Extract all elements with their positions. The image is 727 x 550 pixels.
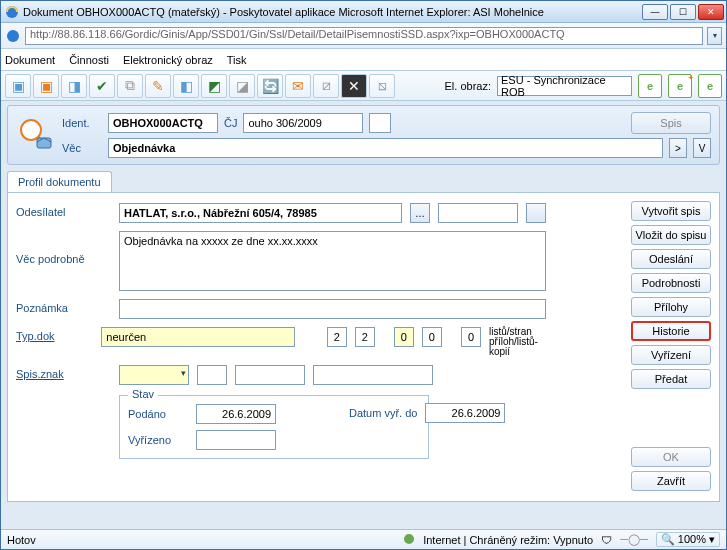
app-window: Dokument OBHOX000ACTQ (mateřský) - Posky…: [0, 0, 727, 550]
toolbtn-7[interactable]: ◧: [173, 74, 199, 98]
vec-v-button[interactable]: V: [693, 138, 711, 158]
toolbtn-10[interactable]: 🔄: [257, 74, 283, 98]
odesilatel-extra-field[interactable]: [438, 203, 518, 223]
header-panel: Ident. OBHOX000ACTQ ČJ ouho 306/2009 Spi…: [7, 105, 720, 165]
ident-field[interactable]: OBHOX000ACTQ: [108, 113, 218, 133]
toolbtn-14[interactable]: ⧅: [369, 74, 395, 98]
toolbtn-1[interactable]: ▣: [5, 74, 31, 98]
listu-label: listů/stran příloh/listů-kopií: [489, 327, 546, 357]
num-field-5[interactable]: 0: [461, 327, 481, 347]
spisznak-select[interactable]: [119, 365, 189, 385]
status-internet: Internet | Chráněný režim: Vypnuto: [423, 534, 593, 546]
menu-dokument[interactable]: Dokument: [5, 54, 55, 66]
page-icon: [5, 28, 21, 44]
toolbtn-8[interactable]: ◩: [201, 74, 227, 98]
side-buttons: Vytvořit spis Vložit do spisu Odeslání P…: [631, 201, 711, 389]
toolbtn-2[interactable]: ▣: [33, 74, 59, 98]
svg-point-5: [404, 534, 414, 544]
odeslani-button[interactable]: Odeslání: [631, 249, 711, 269]
datumvyr-label: Datum vyř. do: [349, 407, 417, 419]
toolbtn-12[interactable]: ⧄: [313, 74, 339, 98]
vyrizeno-date[interactable]: [196, 430, 276, 450]
odesilatel-label: Odesílatel: [16, 203, 111, 218]
tab-strip: Profil dokumentu: [7, 171, 720, 192]
tab-profil[interactable]: Profil dokumentu: [7, 171, 112, 192]
ok-button[interactable]: OK: [631, 447, 711, 467]
ident-label: Ident.: [62, 117, 102, 129]
ident-rows: Ident. OBHOX000ACTQ ČJ ouho 306/2009 Spi…: [62, 112, 711, 158]
num-field-4[interactable]: 0: [422, 327, 442, 347]
podano-date[interactable]: 26.6.2009: [196, 404, 276, 424]
cj-field[interactable]: ouho 306/2009: [243, 113, 363, 133]
toolbtn-close[interactable]: ✕: [341, 74, 367, 98]
content: Ident. OBHOX000ACTQ ČJ ouho 306/2009 Spi…: [1, 101, 726, 529]
zoom-slider-icon[interactable]: ─◯─: [620, 533, 648, 546]
svg-rect-4: [37, 138, 51, 148]
spis-button[interactable]: Spis: [631, 112, 711, 134]
podano-label: Podáno: [128, 408, 188, 420]
document-icon: [16, 115, 56, 155]
e-button-2[interactable]: e+: [668, 74, 692, 98]
vyrizeni-button[interactable]: Vyřízení: [631, 345, 711, 365]
spisznak-field-4[interactable]: [313, 365, 433, 385]
e-button-1[interactable]: e: [638, 74, 662, 98]
address-bar: http://88.86.118.66/Gordic/Ginis/App/SSD…: [1, 23, 726, 49]
window-title: Dokument OBHOX000ACTQ (mateřský) - Posky…: [23, 6, 640, 18]
num-field-3[interactable]: 0: [394, 327, 414, 347]
menu-eobraz[interactable]: Elektronický obraz: [123, 54, 213, 66]
maximize-button[interactable]: ☐: [670, 4, 696, 20]
prilohy-button[interactable]: Přílohy: [631, 297, 711, 317]
vec-label: Věc: [62, 142, 102, 154]
podrobnosti-button[interactable]: Podrobnosti: [631, 273, 711, 293]
vytvorit-spis-button[interactable]: Vytvořit spis: [631, 201, 711, 221]
poznamka-field[interactable]: [119, 299, 546, 319]
typdok-label[interactable]: Typ.dok: [16, 327, 93, 342]
zoom-level[interactable]: 🔍 100% ▾: [656, 532, 720, 547]
vyrizeno-label: Vyřízeno: [128, 434, 188, 446]
datumvyr-date[interactable]: 26.6.2009: [425, 403, 505, 423]
bottom-buttons: OK Zavřít: [631, 447, 711, 491]
num-field-1[interactable]: 2: [327, 327, 347, 347]
elo-select[interactable]: ESU - Synchronizace ROB: [497, 76, 632, 96]
url-input[interactable]: http://88.86.118.66/Gordic/Ginis/App/SSD…: [25, 27, 703, 45]
odesilatel-field[interactable]: HATLAT, s.r.o., Nábřežní 605/4, 78985: [119, 203, 402, 223]
spisznak-label[interactable]: Spis.znak: [16, 365, 111, 380]
predat-button[interactable]: Předat: [631, 369, 711, 389]
num-field-2[interactable]: 2: [355, 327, 375, 347]
toolbtn-5[interactable]: ⧉: [117, 74, 143, 98]
toolbtn-3[interactable]: ◨: [61, 74, 87, 98]
url-dropdown[interactable]: ▾: [707, 27, 722, 45]
poznamka-label: Poznámka: [16, 299, 111, 314]
listu-line2: příloh/listů-kopií: [489, 337, 546, 357]
spisznak-field-2[interactable]: [197, 365, 227, 385]
menu-cinnosti[interactable]: Činnosti: [69, 54, 109, 66]
globe-icon: [403, 533, 415, 547]
odesilatel-extra-button[interactable]: [526, 203, 546, 223]
vec-gt-button[interactable]: >: [669, 138, 687, 158]
toolbar: ▣ ▣ ◨ ✔ ⧉ ✎ ◧ ◩ ◪ 🔄 ✉ ⧄ ✕ ⧅ El. obraz: E…: [1, 71, 726, 101]
elo-value: ESU - Synchronizace ROB: [501, 74, 628, 98]
toolbtn-6[interactable]: ✎: [145, 74, 171, 98]
close-button[interactable]: ✕: [698, 4, 724, 20]
toolbtn-9[interactable]: ◪: [229, 74, 255, 98]
e-button-3[interactable]: e: [698, 74, 722, 98]
vlozit-do-spisu-button[interactable]: Vložit do spisu: [631, 225, 711, 245]
ie-icon: [5, 5, 19, 19]
cj-label: ČJ: [224, 117, 237, 129]
vec-podrobne-label: Věc podrobně: [16, 231, 111, 265]
minimize-button[interactable]: —: [642, 4, 668, 20]
typdok-field[interactable]: neurčen: [101, 327, 294, 347]
vec-field[interactable]: Objednávka: [108, 138, 663, 158]
vec-podrobne-field[interactable]: Objednávka na xxxxx ze dne xx.xx.xxxx: [119, 231, 546, 291]
menu-tisk[interactable]: Tisk: [227, 54, 247, 66]
odesilatel-lookup-button[interactable]: …: [410, 203, 430, 223]
tab-body: Vytvořit spis Vložit do spisu Odeslání P…: [7, 192, 720, 502]
cj-extra-field[interactable]: [369, 113, 391, 133]
historie-button[interactable]: Historie: [631, 321, 711, 341]
zavrit-button[interactable]: Zavřít: [631, 471, 711, 491]
statusbar: Hotov Internet | Chráněný režim: Vypnuto…: [1, 529, 726, 549]
toolbtn-11[interactable]: ✉: [285, 74, 311, 98]
toolbtn-4[interactable]: ✔: [89, 74, 115, 98]
spisznak-field-3[interactable]: [235, 365, 305, 385]
zoom-value: 100%: [678, 533, 706, 545]
